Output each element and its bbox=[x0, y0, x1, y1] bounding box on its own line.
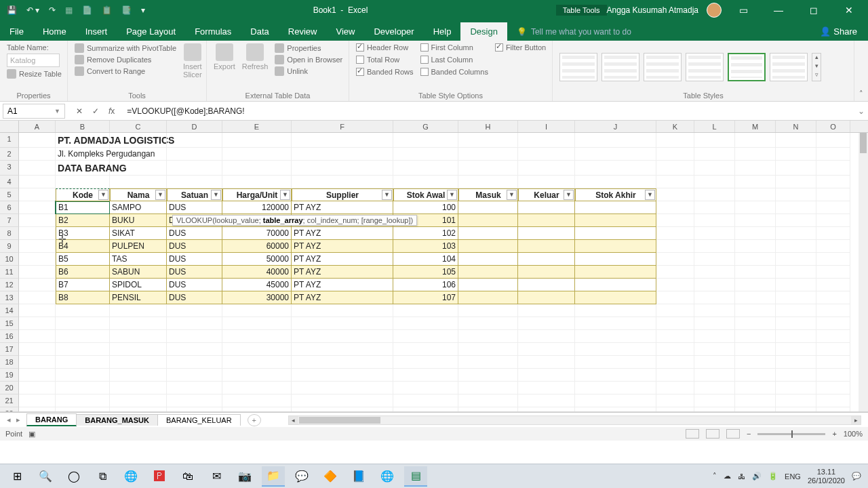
zoom-in-icon[interactable]: + bbox=[832, 430, 836, 438]
scroll-right-icon[interactable]: ▸ bbox=[851, 416, 861, 424]
select-all-corner[interactable] bbox=[0, 121, 19, 132]
filter-dropdown-icon[interactable]: ▼ bbox=[98, 190, 108, 200]
tab-help[interactable]: Help bbox=[424, 22, 461, 41]
qat-icon[interactable]: 📋 bbox=[102, 5, 112, 15]
tab-data[interactable]: Data bbox=[241, 22, 278, 41]
row-header[interactable]: 5 bbox=[0, 188, 19, 201]
col-header[interactable]: J bbox=[575, 121, 656, 132]
excel-icon[interactable]: ▤ bbox=[404, 466, 427, 487]
sheet-tab-barang-masuk[interactable]: BARANG_MASUK bbox=[76, 414, 158, 426]
volume-icon[interactable]: 🔊 bbox=[752, 472, 762, 481]
table-styles-more[interactable]: ▴▾▿ bbox=[812, 53, 821, 81]
network-icon[interactable]: 🖧 bbox=[738, 472, 745, 481]
unlink-button[interactable]: Unlink bbox=[275, 66, 342, 76]
filter-dropdown-icon[interactable]: ▼ bbox=[447, 190, 457, 200]
close-icon[interactable]: ✕ bbox=[835, 5, 863, 16]
whatsapp-icon[interactable]: 💬 bbox=[290, 466, 313, 487]
col-header[interactable]: M bbox=[735, 121, 776, 132]
row-header[interactable]: 2 bbox=[0, 148, 19, 161]
fx-icon[interactable]: fx bbox=[108, 106, 115, 116]
qat-icon[interactable]: 📑 bbox=[121, 5, 132, 15]
zoom-slider[interactable] bbox=[757, 433, 825, 435]
app-icon[interactable]: 🔶 bbox=[319, 466, 342, 487]
col-header[interactable]: A bbox=[19, 121, 56, 132]
taskview-icon[interactable]: ⧉ bbox=[91, 466, 114, 487]
onedrive-icon[interactable]: ☁ bbox=[724, 472, 731, 481]
row-header[interactable]: 12 bbox=[0, 279, 19, 291]
filter-dropdown-icon[interactable]: ▼ bbox=[155, 190, 165, 200]
enter-formula-icon[interactable]: ✓ bbox=[92, 106, 99, 116]
tab-view[interactable]: View bbox=[326, 22, 364, 41]
filter-dropdown-icon[interactable]: ▼ bbox=[564, 190, 574, 200]
tell-me-search[interactable]: 💡 Tell me what you want to do bbox=[507, 23, 641, 41]
chrome-icon[interactable]: 🌐 bbox=[376, 466, 399, 487]
filter-dropdown-icon[interactable]: ▼ bbox=[645, 190, 655, 200]
col-header[interactable]: D bbox=[167, 121, 222, 132]
col-header[interactable]: L bbox=[694, 121, 735, 132]
export-button[interactable]: Export bbox=[214, 43, 235, 90]
cortana-icon[interactable]: ◯ bbox=[62, 466, 85, 487]
collapse-ribbon-icon[interactable]: ˄ bbox=[854, 87, 868, 101]
row-header[interactable]: 15 bbox=[0, 317, 19, 330]
worksheet-grid[interactable]: A B C D E F G H I J K L M N O 1234567891… bbox=[0, 121, 868, 412]
redo-icon[interactable]: ↷ bbox=[49, 5, 56, 15]
table-name-input[interactable] bbox=[7, 54, 60, 67]
row-header[interactable]: 8 bbox=[0, 227, 19, 240]
ribbon-mode-icon[interactable]: ▭ bbox=[730, 5, 757, 16]
resize-table-button[interactable]: Resize Table bbox=[7, 69, 62, 79]
row-header[interactable]: 21 bbox=[0, 394, 19, 407]
new-sheet-button[interactable]: + bbox=[248, 414, 261, 426]
row-header[interactable]: 17 bbox=[0, 343, 19, 356]
zoom-level[interactable]: 100% bbox=[844, 430, 863, 438]
row-header[interactable]: 16 bbox=[0, 330, 19, 343]
start-button[interactable]: ⊞ bbox=[5, 466, 28, 487]
sheet-tab-barang-keluar[interactable]: BARANG_KELUAR bbox=[157, 414, 241, 426]
formula-input[interactable]: =VLOOKUP([@Kode];BARANG! bbox=[123, 106, 854, 116]
table-style-swatch[interactable] bbox=[644, 53, 682, 81]
row-header[interactable]: 9 bbox=[0, 240, 19, 253]
row-header[interactable]: 4 bbox=[0, 176, 19, 188]
col-header[interactable]: O bbox=[816, 121, 850, 132]
col-header[interactable]: B bbox=[56, 121, 110, 132]
app-icon[interactable]: 📘 bbox=[347, 466, 370, 487]
filter-dropdown-icon[interactable]: ▼ bbox=[280, 190, 290, 200]
battery-icon[interactable]: 🔋 bbox=[768, 472, 778, 481]
table-style-swatch[interactable] bbox=[601, 53, 639, 81]
chrome-icon[interactable]: 🌐 bbox=[119, 466, 142, 487]
col-header[interactable]: G bbox=[393, 121, 458, 132]
table-style-swatch[interactable] bbox=[559, 53, 597, 81]
macro-record-icon[interactable]: ▣ bbox=[28, 430, 35, 438]
filter-dropdown-icon[interactable]: ▼ bbox=[507, 190, 517, 200]
row-header[interactable]: 14 bbox=[0, 304, 19, 317]
chevron-down-icon[interactable]: ▼ bbox=[54, 108, 60, 115]
row-header[interactable]: 18 bbox=[0, 356, 19, 369]
maximize-icon[interactable]: ◻ bbox=[800, 5, 827, 16]
share-button[interactable]: 👤 Share bbox=[809, 22, 868, 41]
col-header[interactable]: I bbox=[518, 121, 575, 132]
language-indicator[interactable]: ENG bbox=[785, 472, 801, 481]
filter-button-check[interactable]: Filter Button bbox=[495, 43, 546, 52]
tab-developer[interactable]: Developer bbox=[364, 22, 423, 41]
row-header[interactable]: 20 bbox=[0, 382, 19, 394]
tray-expand-icon[interactable]: ˄ bbox=[713, 472, 717, 481]
view-pagebreak-icon[interactable] bbox=[726, 429, 740, 439]
app-icon[interactable]: 🅿 bbox=[148, 466, 171, 487]
qat-icon[interactable]: 📄 bbox=[82, 5, 92, 15]
minimize-icon[interactable]: — bbox=[765, 5, 792, 16]
row-header[interactable]: 22 bbox=[0, 407, 19, 412]
explorer-icon[interactable]: 📁 bbox=[262, 466, 285, 487]
expand-formula-icon[interactable]: ⌄ bbox=[854, 106, 868, 116]
name-box[interactable]: A1▼ bbox=[3, 104, 65, 119]
table-style-swatch[interactable] bbox=[770, 53, 808, 81]
user-avatar-icon[interactable] bbox=[707, 3, 722, 18]
cancel-formula-icon[interactable]: ✕ bbox=[76, 106, 83, 116]
app-icon[interactable]: 📷 bbox=[233, 466, 256, 487]
tab-home[interactable]: Home bbox=[33, 22, 76, 41]
row-header[interactable]: 1 bbox=[0, 133, 19, 148]
col-header[interactable]: K bbox=[656, 121, 694, 132]
tab-design[interactable]: Design bbox=[460, 22, 507, 41]
table-properties-button[interactable]: Properties bbox=[275, 43, 342, 53]
zoom-out-icon[interactable]: − bbox=[747, 430, 751, 438]
row-header[interactable]: 7 bbox=[0, 214, 19, 227]
summarize-pivot-button[interactable]: Summarize with PivotTable bbox=[75, 43, 176, 53]
